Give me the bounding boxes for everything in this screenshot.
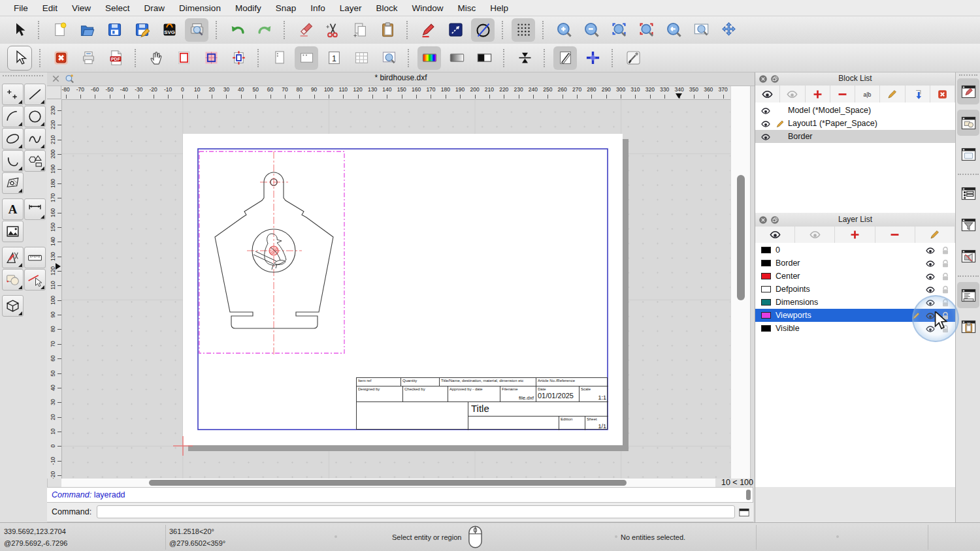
save-as-button[interactable] [130,18,154,42]
export-svg-button[interactable]: SVG [157,18,181,42]
block-item-model-model-space-[interactable]: Model (*Model_Space) [755,104,955,117]
delete-block-button[interactable] [930,86,955,102]
layer-lock-icon[interactable] [940,285,951,294]
zoom-auto-button[interactable] [607,18,630,42]
snap-grid-button[interactable] [512,18,535,42]
block-visibility-eye-icon[interactable] [760,132,771,141]
draw-kit-tool[interactable] [2,247,24,268]
new-document-button[interactable] [48,18,71,42]
menu-block[interactable]: Block [369,3,405,13]
layer-item-center[interactable]: Center [755,270,955,283]
layer-list-dock-button[interactable] [957,180,979,206]
menu-modify[interactable]: Modify [228,3,269,13]
settings-tools-button[interactable] [621,46,645,70]
command-input[interactable] [97,505,735,518]
layer-item-0[interactable]: 0 [755,244,955,257]
zoom-window-button[interactable] [689,18,713,42]
add-block-button[interactable] [806,86,830,102]
command-line-dock-button[interactable] [957,282,979,308]
circle-tool[interactable] [24,106,46,127]
select-pointer-button[interactable] [7,18,31,42]
hide-all-blocks-button[interactable] [780,86,805,102]
multi-page-grid-button[interactable] [350,46,373,70]
show-crosshair-button[interactable] [581,46,604,70]
menu-edit[interactable]: Edit [35,3,65,13]
ellipse-tool[interactable] [2,128,24,150]
layer-visibility-eye-icon[interactable] [925,272,936,281]
page-portrait-button[interactable] [267,46,291,70]
modify-layer-button[interactable] [915,227,955,243]
layer-visibility-eye-icon[interactable] [925,245,936,255]
remove-block-button[interactable] [830,86,855,102]
viewport-fill-button[interactable] [199,46,223,70]
line-tool[interactable] [24,84,46,105]
edit-block-button[interactable] [880,86,905,102]
remove-layer-button[interactable] [875,227,915,243]
paste-button[interactable] [376,18,399,42]
copy-button[interactable] [348,18,372,42]
viewport-outline-button[interactable] [172,46,195,70]
measure-tool[interactable] [24,247,46,268]
spline-tool[interactable] [24,128,46,150]
polyline-box-button[interactable] [444,18,467,42]
menu-view[interactable]: View [65,3,98,13]
image-tool[interactable] [2,221,24,242]
palette-drag-handle[interactable] [3,75,43,76]
page-landscape-button[interactable] [295,46,318,70]
zoom-previous-button[interactable] [662,18,685,42]
black-white-mode-button[interactable] [472,46,496,70]
menu-info[interactable]: Info [303,3,333,13]
draw-order-button[interactable] [471,18,495,42]
export-pdf-button[interactable]: PDF [104,46,127,70]
block-list-dock-button[interactable] [957,78,979,104]
block-item-layout1-paper-space-[interactable]: Layout1 (*Paper_Space) [755,117,955,130]
menu-window[interactable]: Window [405,3,451,13]
layer-visibility-eye-icon[interactable] [925,259,936,268]
solid-tool[interactable] [2,295,24,317]
zoom-selection-button[interactable] [634,18,658,42]
grayscale-mode-button[interactable] [445,46,468,70]
menu-draw[interactable]: Draw [137,3,172,13]
vertical-scrollbar[interactable] [730,86,751,479]
redo-button[interactable] [253,18,276,42]
single-page-button[interactable]: 1 [322,46,346,70]
layer-lock-icon[interactable] [940,245,951,255]
horizontal-scrollbar[interactable] [61,479,715,487]
menu-snap[interactable]: Snap [269,3,304,13]
quick-info-dock-button[interactable] [957,141,979,167]
text-tool[interactable]: A [2,198,24,220]
zoom-in-button[interactable] [552,18,576,42]
menu-dimension[interactable]: Dimension [172,3,228,13]
vertical-scrollbar-thumb[interactable] [737,175,745,300]
rename-block-button[interactable]: a|b [855,86,880,102]
block-visibility-eye-icon[interactable] [760,106,771,115]
drawing-canvas[interactable]: Item ref Quantity Title/Name, destinatio… [61,99,730,479]
zoom-pan-button[interactable] [717,18,740,42]
layer-lock-icon[interactable] [940,272,951,281]
clipboard-dock-button[interactable] [957,313,979,339]
points-tool[interactable] [2,84,24,105]
dimension-tool[interactable] [24,198,46,220]
add-layer-button[interactable] [835,227,875,243]
library-browser-dock-button[interactable] [957,110,979,136]
edit-pen-button[interactable] [416,18,440,42]
cut-button[interactable] [321,18,344,42]
zoom-page-button[interactable] [377,46,400,70]
layer-visibility-eye-icon[interactable] [925,285,936,294]
full-color-mode-button[interactable] [417,46,441,70]
selection-pointer-button[interactable] [7,46,32,71]
polygon-tool[interactable] [24,150,46,172]
undo-button[interactable] [225,18,249,42]
layer-lock-icon[interactable] [940,259,951,268]
layer-item-border[interactable]: Border [755,257,955,270]
block-visibility-eye-icon[interactable] [760,119,771,128]
selection-filter-dock-button[interactable] [957,212,979,238]
viewport-fit-button[interactable] [227,46,250,70]
modify-tool[interactable] [2,269,24,291]
horizontal-scrollbar-thumb[interactable] [149,480,627,486]
open-document-button[interactable] [75,18,99,42]
show-all-blocks-button[interactable] [755,86,780,102]
menu-layer[interactable]: Layer [333,3,369,13]
menu-select[interactable]: Select [98,3,137,13]
menu-help[interactable]: Help [483,3,515,13]
